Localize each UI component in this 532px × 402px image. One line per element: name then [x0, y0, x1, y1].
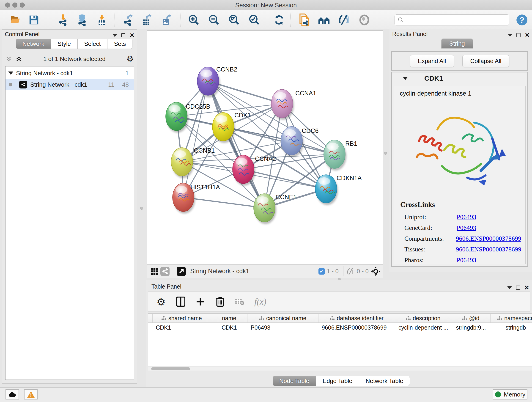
add-column-icon[interactable] [195, 296, 206, 307]
close-panel-icon[interactable]: ✕ [129, 32, 134, 38]
float-panel-icon[interactable] [516, 286, 520, 290]
selected-nodes-checkbox[interactable]: ✓ [318, 268, 325, 274]
hide-unhide-icon[interactable] [338, 14, 350, 26]
network-canvas[interactable]: CCNB2CCNA1CDC25BCDK1CDC6RB1CCNB1CCNA2CDK… [147, 31, 383, 265]
node-CCNB2[interactable]: CCNB2 [197, 66, 237, 97]
expand-all-button[interactable]: Expand All [410, 55, 454, 67]
node-RB1[interactable]: RB1 [324, 140, 357, 171]
delete-column-icon[interactable] [215, 296, 225, 307]
collection-expander-icon[interactable] [8, 71, 13, 75]
export-image-icon[interactable] [160, 14, 172, 26]
view-mode-share-icon[interactable] [160, 266, 170, 277]
right-splitter-handle[interactable] [384, 152, 387, 155]
float-panel-icon[interactable] [516, 33, 520, 37]
tab-style[interactable]: Style [51, 39, 77, 49]
table-horizontal-scrollbar[interactable] [148, 367, 532, 371]
table-settings-gear-icon[interactable]: ⚙ [156, 296, 166, 307]
show-grid-icon[interactable] [149, 266, 160, 277]
hidden-items-eye-icon[interactable] [346, 268, 355, 275]
zoom-fit-icon[interactable] [228, 14, 240, 26]
crosslink-value-link[interactable]: P06493 [457, 213, 476, 221]
birdseye-eye-icon[interactable] [358, 14, 370, 26]
import-network-from-database-icon[interactable] [76, 14, 88, 26]
import-table-from-file-icon[interactable] [96, 14, 108, 26]
help-icon[interactable]: ? [516, 14, 528, 26]
left-splitter-handle[interactable] [140, 207, 143, 210]
delete-table-icon[interactable] [234, 296, 245, 307]
tab-string[interactable]: String [441, 38, 473, 49]
export-table-icon[interactable] [141, 14, 152, 26]
tab-edge-table[interactable]: Edge Table [316, 376, 359, 386]
open-session-icon[interactable] [10, 14, 22, 26]
string-network-graph[interactable]: CCNB2CCNA1CDC25BCDK1CDC6RB1CCNB1CCNA2CDK… [147, 31, 383, 264]
toolbar-separator [49, 13, 49, 27]
cell-namespace[interactable]: stringdb [491, 323, 532, 332]
float-panel-icon[interactable] [121, 33, 125, 37]
cell-database-identifier[interactable]: 9606.ENSP00000378699 [318, 323, 395, 332]
crosslink-value-link[interactable]: 9606.ENSP00000378699 [456, 235, 521, 242]
node-CCNA2[interactable]: CCNA2 [233, 155, 276, 186]
column-header-description[interactable]: description [395, 314, 451, 322]
edge-CCNB2-HIST1H1A[interactable] [183, 81, 208, 197]
title-bar: Session: New Session [0, 0, 532, 10]
column-header-shared-name[interactable]: shared name [152, 314, 211, 322]
import-network-from-file-icon[interactable] [57, 14, 69, 26]
column-header-database-identifier[interactable]: database identifier [318, 314, 395, 322]
crosslink-value-link[interactable]: P06493 [457, 224, 476, 231]
edge-HIST1H1A-CCNE1[interactable] [183, 197, 264, 208]
expand-all-chevron-icon[interactable] [5, 56, 12, 62]
network-options-gear-icon[interactable]: ⚙ [127, 55, 133, 63]
node-CCNE1[interactable]: CCNE1 [254, 194, 297, 224]
tab-network-table[interactable]: Network Table [359, 376, 410, 386]
memory-button[interactable]: Memory [493, 389, 527, 400]
collapse-all-chevron-icon[interactable] [15, 56, 22, 62]
node-section-header[interactable]: CDK1 [392, 72, 527, 84]
node-HIST1H1A[interactable]: HIST1H1A [172, 183, 220, 214]
collapse-panel-icon[interactable] [113, 34, 117, 37]
export-network-icon[interactable] [122, 14, 134, 26]
function-builder-icon[interactable]: f(x) [254, 297, 266, 307]
zoom-in-icon[interactable] [188, 14, 200, 26]
network-collection-row[interactable]: String Network - cdk1 1 [6, 68, 134, 78]
network-row-selected[interactable]: String Network - cdk1 11 48 [6, 79, 134, 90]
column-header-namespace[interactable]: namespace [491, 314, 532, 322]
close-panel-icon[interactable]: ✕ [524, 285, 529, 291]
cloud-button[interactable] [6, 389, 19, 400]
collapse-panel-icon[interactable] [507, 286, 512, 289]
node-CDKN1A[interactable]: CDKN1A [315, 175, 362, 205]
save-session-icon[interactable] [28, 14, 40, 26]
scrollbar-thumb[interactable] [151, 367, 190, 370]
warnings-button[interactable] [24, 389, 38, 400]
close-panel-icon[interactable]: ✕ [525, 32, 530, 38]
collapse-all-button[interactable]: Collapse All [462, 55, 510, 67]
hierarchy-sort-icon [162, 316, 166, 320]
collapse-panel-icon[interactable] [508, 34, 512, 37]
crosslink-value-link[interactable]: P06493 [457, 256, 476, 264]
refresh-icon[interactable] [273, 14, 285, 26]
birdseye-navigator-icon[interactable] [370, 266, 381, 277]
section-expander-icon[interactable] [403, 77, 408, 80]
detach-view-icon[interactable] [176, 266, 186, 277]
node-CDK1[interactable]: CDK1 [212, 112, 251, 143]
crosslink-value-link[interactable]: 9606.ENSP00000378699 [456, 246, 521, 253]
zoom-selected-icon[interactable] [248, 14, 260, 26]
string-home-icon[interactable] [318, 14, 330, 26]
network-selection-status: 1 of 1 Network selected [22, 56, 127, 63]
search-input[interactable] [404, 17, 505, 23]
cell-canonical-name[interactable]: P06493 [247, 323, 318, 332]
tab-select[interactable]: Select [77, 39, 107, 49]
table-row[interactable]: CDK1CDK1P064939606.ENSP00000378699cyclin… [148, 323, 532, 332]
clone-network-icon[interactable] [298, 14, 310, 26]
tab-node-table[interactable]: Node Table [273, 376, 316, 386]
show-columns-icon[interactable] [176, 296, 186, 307]
column-header-name[interactable]: name [211, 314, 247, 322]
cell-shared-name[interactable]: CDK1 [152, 323, 211, 332]
cell-name[interactable]: CDK1 [211, 323, 247, 332]
column-header--id[interactable]: @id [451, 314, 491, 322]
cell--id[interactable]: stringdb:9... [451, 323, 491, 332]
tab-sets[interactable]: Sets [107, 39, 133, 49]
tab-network[interactable]: Network [16, 39, 51, 49]
zoom-out-icon[interactable] [208, 14, 220, 26]
column-header-canonical-name[interactable]: canonical name [247, 314, 318, 322]
cell-description[interactable]: cyclin-dependent ... [395, 323, 451, 332]
